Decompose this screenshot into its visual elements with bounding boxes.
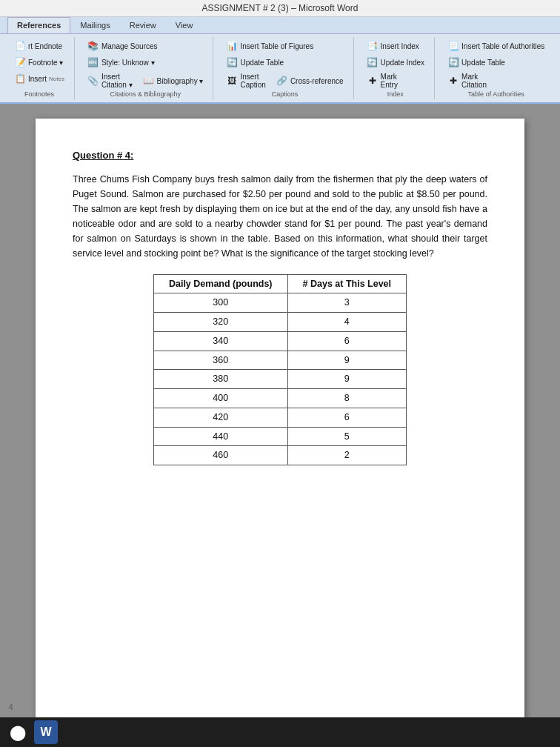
mark-entry-icon: ✚ [367,75,379,87]
table-cell: 420 [153,408,287,427]
table-cell: 320 [153,313,287,332]
table-row: 4405 [153,427,406,446]
ribbon-content: 📄 rt Endnote 📝 Footnote ▾ 📋 Insert Notes… [0,34,560,102]
tab-review[interactable]: Review [120,17,166,33]
tab-mailings[interactable]: Mailings [70,17,119,33]
tab-view[interactable]: View [166,17,203,33]
update-toa-icon: 🔄 [447,56,459,68]
table-row: 3809 [153,370,406,389]
update-table-icon: 🔄 [226,56,238,68]
table-cell: 440 [153,427,287,446]
chrome-taskbar-button[interactable]: ⬤ [6,720,30,744]
update-table-toa-button[interactable]: 🔄 Update Table [444,55,548,70]
table-cell: 340 [153,331,287,351]
col-demand: Daily Demand (pounds) [153,274,287,293]
index-icon: 📑 [367,40,379,52]
footnotes-label: Footnotes [24,90,54,98]
table-cell: 6 [287,331,407,351]
captions-label: Captions [272,90,299,98]
update-index-icon: 🔄 [367,56,379,68]
captions-buttons: 📊 Insert Table of Figures 🔄 Update Table… [222,39,347,90]
update-index-button[interactable]: 🔄 Update Index [363,55,429,70]
citation-icon: 📎 [87,75,99,87]
citations-label: Citations & Bibliography [110,90,181,98]
cross-ref-icon: 🔗 [276,75,288,87]
notes-icon: 📋 [14,73,26,84]
insert-caption-button[interactable]: 🖼 InsertCaption [222,71,269,90]
group-footnotes: 📄 rt Endnote 📝 Footnote ▾ 📋 Insert Notes… [4,37,75,99]
caption-icon: 🖼 [226,75,238,87]
bibliography-icon: 📖 [143,75,155,87]
col-days: # Days at This Level [287,274,407,293]
ribbon-tab-bar: References Mailings Review View [0,17,560,34]
document-area: Question # 4: Three Chums Fish Company b… [0,104,560,747]
table-cell: 5 [287,427,407,446]
group-toa: 📃 Insert Table of Authorities 🔄 Update T… [438,37,554,99]
insert-table-figures-button[interactable]: 📊 Insert Table of Figures [222,39,347,53]
table-cell: 300 [153,293,287,313]
page-number: 4 [9,703,13,711]
style-button[interactable]: 🔤 Style: Unknow ▾ [84,55,207,70]
footnote-icon: 📝 [14,56,26,68]
table-cell: 380 [153,370,287,389]
toa-label: Table of Authorities [468,90,524,98]
tab-references[interactable]: References [7,17,70,33]
table-cell: 9 [287,370,407,389]
index-label: Index [387,90,404,98]
table-cell: 3 [287,293,407,313]
style-icon: 🔤 [87,56,99,68]
table-row: 3609 [153,351,406,370]
table-cell: 400 [153,389,287,408]
table-cell: 360 [153,351,287,370]
question-text: Three Chums Fish Company buys fresh salm… [73,172,487,261]
mark-citation-button[interactable]: ✚ MarkCitation [444,71,548,90]
update-table-captions-button[interactable]: 🔄 Update Table [222,55,347,70]
ribbon: References Mailings Review View 📄 rt End… [0,17,560,104]
sources-icon: 📚 [87,40,99,52]
endnote-icon: 📄 [14,40,26,52]
cross-reference-button[interactable]: 🔗 Cross-reference [273,73,347,88]
insert-endnote-button[interactable]: 📄 rt Endnote [10,39,68,53]
table-figures-icon: 📊 [226,40,238,52]
group-index: 📑 Insert Index 🔄 Update Index ✚ MarkEntr… [357,37,436,99]
group-captions: 📊 Insert Table of Figures 🔄 Update Table… [216,37,353,99]
citations-buttons: 📚 Manage Sources 🔤 Style: Unknow ▾ 📎 Ins… [84,39,207,90]
mark-entry-button[interactable]: ✚ MarkEntry [363,71,429,90]
table-row: 4602 [153,446,406,465]
word-icon: W [40,726,51,739]
table-cell: 2 [287,446,407,465]
table-row: 3003 [153,293,406,313]
question-header: Question # 4: [73,148,487,163]
table-header-row: Daily Demand (pounds) # Days at This Lev… [153,274,406,293]
bibliography-button[interactable]: 📖 Bibliography ▾ [139,73,207,88]
insert-index-button[interactable]: 📑 Insert Index [363,39,429,53]
table-cell: 9 [287,351,407,370]
demand-table: Daily Demand (pounds) # Days at This Lev… [153,274,407,466]
table-row: 3406 [153,331,406,351]
insert-toa-button[interactable]: 📃 Insert Table of Authorities [444,39,548,53]
table-row: 4008 [153,389,406,408]
table-body: 300332043406360938094008420644054602 [153,293,406,465]
index-buttons: 📑 Insert Index 🔄 Update Index ✚ MarkEntr… [363,39,429,90]
footnote-button[interactable]: 📝 Footnote ▾ [10,55,68,70]
table-cell: 460 [153,446,287,465]
title-bar: ASSIGNMENT # 2 (3) – Microsoft Word [0,0,560,17]
title-text: ASSIGNMENT # 2 (3) – Microsoft Word [202,3,359,13]
manage-sources-button[interactable]: 📚 Manage Sources [84,39,207,53]
toa-buttons: 📃 Insert Table of Authorities 🔄 Update T… [444,39,548,90]
taskbar: ⬤ W [0,717,560,747]
insert-citation-button[interactable]: 📎 InsertCitation ▾ [84,71,136,90]
footnotes-buttons: 📄 rt Endnote 📝 Footnote ▾ 📋 Insert Notes [10,39,68,90]
group-citations: 📚 Manage Sources 🔤 Style: Unknow ▾ 📎 Ins… [78,37,214,99]
document-page: Question # 4: Three Chums Fish Company b… [36,119,524,747]
table-cell: 4 [287,313,407,332]
toa-icon: 📃 [447,40,459,52]
mark-citation-icon: ✚ [447,75,459,87]
word-taskbar-button[interactable]: W [34,720,58,744]
table-row: 4206 [153,408,406,427]
chrome-icon: ⬤ [10,723,26,741]
table-cell: 8 [287,389,407,408]
table-cell: 6 [287,408,407,427]
insert-notes-button[interactable]: 📋 Insert Notes [10,71,68,86]
table-row: 3204 [153,313,406,332]
